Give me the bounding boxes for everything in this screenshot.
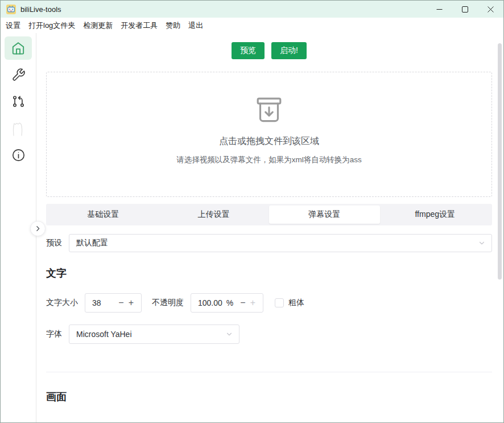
main-content: 预览 启动! 点击或拖拽文件到该区域 请选择视频以及弹幕文件，如果为xml将自动… (36, 33, 503, 422)
minimize-button[interactable] (427, 1, 452, 18)
maximize-button[interactable] (452, 1, 478, 18)
opacity-value: 100.00 (198, 298, 226, 307)
window-title: biliLive-tools (20, 5, 61, 14)
bold-label: 粗体 (288, 298, 304, 308)
menu-item-sponsor[interactable]: 赞助 (162, 19, 184, 32)
menu-item-check-update[interactable]: 检测更新 (79, 19, 117, 32)
section-title-screen: 画面 (46, 390, 492, 404)
sidebar-item-workflow[interactable] (5, 90, 32, 113)
font-size-input[interactable]: 38 − + (85, 293, 142, 313)
tab-ffmpeg-settings[interactable]: ffmpeg设置 (380, 206, 491, 224)
settings-tabbar: 基础设置 上传设置 弹幕设置 ffmpeg设置 (46, 204, 492, 225)
opacity-label: 不透明度 (152, 298, 184, 308)
tab-upload-settings[interactable]: 上传设置 (159, 206, 270, 224)
faint-icon (10, 120, 27, 138)
vertical-scrollbar-thumb[interactable] (498, 43, 502, 280)
chevron-down-icon (478, 239, 486, 247)
chevron-right-icon (34, 225, 42, 232)
section-divider (46, 372, 492, 372)
action-buttons: 预览 启动! (46, 42, 492, 59)
home-icon (11, 41, 26, 56)
section-title-text: 文字 (46, 266, 492, 280)
opacity-input[interactable]: 100.00 % − + (191, 293, 263, 313)
maximize-icon (462, 6, 468, 13)
dropzone-sub-text: 请选择视频以及弹幕文件，如果为xml将自动转换为ass (176, 155, 362, 165)
font-family-select[interactable]: Microsoft YaHei (69, 325, 239, 344)
menu-item-exit[interactable]: 退出 (184, 19, 207, 32)
sidebar-item-tools[interactable] (5, 63, 32, 87)
app-window: biliLive-tools 设置 打开log文件夹 检测更新 开发者工具 赞助… (0, 0, 504, 423)
git-compare-icon (11, 95, 26, 109)
menu-bar: 设置 打开log文件夹 检测更新 开发者工具 赞助 退出 (1, 18, 503, 33)
sidebar-expand-button[interactable] (30, 221, 46, 236)
menu-item-open-log-folder[interactable]: 打开log文件夹 (24, 19, 79, 32)
opacity-suffix: % (226, 298, 233, 307)
tab-danmaku-settings[interactable]: 弹幕设置 (269, 206, 380, 224)
chevron-down-icon (225, 330, 233, 338)
font-size-label: 文字大小 (46, 298, 78, 308)
info-icon (11, 148, 26, 162)
menu-item-settings[interactable]: 设置 (2, 19, 24, 32)
font-family-label: 字体 (46, 329, 62, 339)
font-family-row: 字体 Microsoft YaHei (46, 325, 492, 344)
preset-select[interactable]: 默认配置 (69, 234, 492, 252)
opacity-plus-button[interactable]: + (248, 298, 258, 307)
tab-basic-settings[interactable]: 基础设置 (48, 206, 159, 224)
wrench-icon (11, 68, 26, 82)
close-icon (488, 6, 494, 13)
font-family-value: Microsoft YaHei (76, 330, 132, 339)
sidebar-item-faded[interactable] (5, 117, 32, 140)
archive-upload-icon (253, 93, 286, 126)
opacity-minus-button[interactable]: − (238, 298, 247, 307)
preset-label: 预设 (46, 238, 62, 248)
sidebar-item-about[interactable] (5, 143, 32, 167)
bold-checkbox[interactable] (275, 298, 284, 307)
menu-item-devtools[interactable]: 开发者工具 (117, 19, 162, 32)
dropzone-main-text: 点击或拖拽文件到该区域 (219, 135, 319, 147)
font-size-plus-button[interactable]: + (126, 298, 136, 307)
app-logo-icon (6, 5, 16, 14)
start-button[interactable]: 启动! (271, 42, 307, 59)
preset-select-value: 默认配置 (76, 238, 108, 248)
text-fields-row: 文字大小 38 − + 不透明度 100.00 % − + 粗体 (46, 293, 492, 313)
preset-row: 预设 默认配置 (46, 234, 492, 252)
app-body: 预览 启动! 点击或拖拽文件到该区域 请选择视频以及弹幕文件，如果为xml将自动… (1, 33, 503, 422)
file-dropzone[interactable]: 点击或拖拽文件到该区域 请选择视频以及弹幕文件，如果为xml将自动转换为ass (46, 72, 492, 197)
window-controls (427, 1, 503, 18)
font-size-value: 38 (92, 298, 116, 307)
close-button[interactable] (478, 1, 503, 18)
sidebar-item-home[interactable] (5, 36, 32, 60)
font-size-minus-button[interactable]: − (116, 298, 126, 307)
preview-button[interactable]: 预览 (232, 42, 265, 59)
minimize-icon (436, 6, 443, 13)
title-bar: biliLive-tools (1, 1, 503, 18)
